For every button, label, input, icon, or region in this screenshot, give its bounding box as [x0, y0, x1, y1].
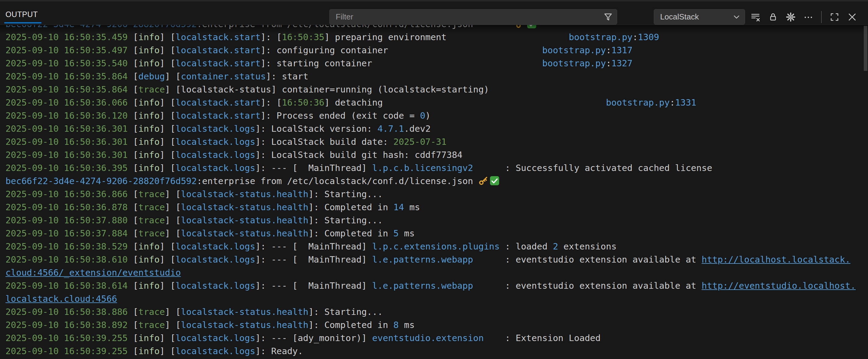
- log-text: trace: [138, 307, 165, 317]
- log-text: LocalStack version:: [271, 124, 377, 134]
- log-text: trace: [138, 202, 165, 213]
- log-text: localstack-status.health: [181, 307, 308, 317]
- log-line: 2025-09-10 16:50:36.866 [trace] [localst…: [5, 188, 868, 201]
- log-text: ] [: [159, 241, 175, 252]
- log-text: [: [133, 32, 138, 42]
- log-text: [: [133, 189, 138, 199]
- check-mark-emoji: [527, 25, 536, 29]
- filter-box: [329, 9, 617, 25]
- log-text: eventstudio.extension: [372, 333, 484, 343]
- log-link[interactable]: http://eventstudio.localhost.: [702, 281, 856, 291]
- log-text: [: [133, 150, 138, 160]
- log-text: ]:: [255, 281, 271, 291]
- log-line: 2025-09-10 16:50:35.864 [trace] [localst…: [5, 83, 868, 96]
- log-text: debug: [138, 71, 165, 81]
- log-text: 5: [394, 228, 399, 238]
- log-text: info: [138, 58, 160, 68]
- log-line: 2025-09-10 16:50:35.864 [debug] [contain…: [5, 70, 868, 83]
- log-text: --- [ MainThread]: [271, 281, 372, 291]
- log-text: 2025-09-10 16:50:37.880: [5, 215, 133, 225]
- log-line: 2025-09-10 16:50:36.120 [info] [localsta…: [5, 109, 868, 122]
- log-text: ms: [399, 320, 414, 330]
- log-line: 2025-09-10 16:50:38.892 [trace] [localst…: [5, 319, 868, 332]
- log-text: ]:: [260, 58, 276, 68]
- log-text: --- [ MainThread]: [271, 241, 372, 252]
- toolbar-divider: [821, 11, 822, 23]
- channel-select[interactable]: LocalStack: [654, 9, 745, 25]
- maximize-panel-button[interactable]: [829, 10, 841, 24]
- log-text: ] [: [159, 97, 175, 108]
- log-text: :: [606, 58, 611, 68]
- tab-output[interactable]: OUTPUT: [5, 10, 38, 19]
- log-text: ] [: [165, 228, 181, 238]
- log-text: : eventstudio extension available at: [473, 281, 702, 291]
- log-text: l.p.c.b.licensingv2: [372, 163, 473, 173]
- log-line: 2025-09-10 16:50:36.878 [trace] [localst…: [5, 201, 868, 214]
- log-text: ]:: [255, 124, 271, 134]
- log-text: 2025-09-10 16:50:36.301: [5, 150, 133, 160]
- log-text: [: [276, 97, 281, 108]
- log-text: ]:: [255, 137, 271, 147]
- log-text: ] [: [159, 163, 175, 173]
- log-text: extensions: [558, 241, 617, 252]
- more-actions-button[interactable]: [802, 10, 814, 24]
- log-text: 2025-09-10 16:50:38.529: [5, 241, 133, 252]
- log-text: info: [138, 124, 160, 134]
- settings-button[interactable]: [785, 10, 797, 24]
- log-text: bootstrap.py: [569, 32, 633, 42]
- log-text: info: [138, 32, 160, 42]
- log-line: 2025-09-10 16:50:36.066 [info] [localsta…: [5, 96, 868, 109]
- close-icon: [847, 12, 857, 22]
- log-text: [: [133, 346, 138, 356]
- scrollbar-thumb[interactable]: [864, 26, 867, 71]
- log-text: ]:: [308, 228, 324, 238]
- log-link[interactable]: cloud:4566/_extension/eventstudio: [5, 267, 181, 278]
- log-text: ms: [404, 202, 420, 213]
- log-line: bec66f22-3d4e-4274-9206-28820f76d592:ent…: [5, 25, 868, 31]
- log-text: Completed in: [324, 320, 394, 330]
- active-tab-indicator: [4, 22, 41, 24]
- log-text: [: [133, 320, 138, 330]
- funnel-icon[interactable]: [603, 12, 613, 22]
- log-text: bootstrap.py: [606, 97, 670, 108]
- log-text: ]:: [260, 32, 276, 42]
- log-text: info: [138, 163, 160, 173]
- clear-output-button[interactable]: [749, 10, 762, 24]
- log-text: ]:: [308, 307, 324, 317]
- log-text: l.e.patterns.webapp: [372, 254, 473, 265]
- filter-input[interactable]: [335, 12, 603, 22]
- log-text: trace: [138, 215, 165, 225]
- log-text: : Successfully activated cached license: [473, 163, 712, 173]
- log-text: [: [133, 202, 138, 213]
- log-text: localstack.start: [176, 32, 260, 42]
- log-text: info: [138, 137, 160, 147]
- log-text: Starting...: [324, 307, 383, 317]
- log-text: [372, 58, 542, 68]
- log-text: ] [: [159, 45, 175, 55]
- log-text: trace: [138, 228, 165, 238]
- log-link[interactable]: localstack.cloud:4566: [5, 294, 117, 304]
- log-text: :enterprise from /etc/localstack/conf.d/…: [197, 25, 473, 29]
- log-text: 16:50:36: [282, 97, 324, 108]
- log-line: 2025-09-10 16:50:39.255 [info] [localsta…: [5, 345, 868, 358]
- scroll-lock-button[interactable]: [767, 10, 779, 24]
- close-panel-button[interactable]: [846, 10, 858, 24]
- log-link[interactable]: http://localhost.localstack.: [702, 254, 850, 265]
- key-emoji: [516, 25, 525, 29]
- log-text: [: [133, 241, 138, 252]
- chevron-down-icon: [732, 12, 741, 22]
- log-text: ]:: [308, 320, 324, 330]
- log-line: 2025-09-10 16:50:36.395 [info] [localsta…: [5, 162, 868, 175]
- log-line: 2025-09-10 16:50:38.614 [info] [localsta…: [5, 279, 868, 292]
- log-text: ]:: [308, 189, 324, 199]
- log-text: ] [: [159, 137, 175, 147]
- log-line: 2025-09-10 16:50:39.255 [info] [localsta…: [5, 332, 868, 345]
- log-text: localstack.logs: [176, 124, 255, 134]
- log-text: LocalStack build date:: [271, 137, 394, 147]
- log-text: : Extension Loaded: [484, 333, 600, 343]
- log-line: 2025-09-10 16:50:36.301 [info] [localsta…: [5, 149, 868, 162]
- log-content: bec66f22-3d4e-4274-9206-28820f76d592:ent…: [0, 25, 868, 359]
- log-text: localstack.logs: [176, 346, 255, 356]
- log-text: Starting...: [324, 189, 383, 199]
- log-text: ] [: [159, 58, 175, 68]
